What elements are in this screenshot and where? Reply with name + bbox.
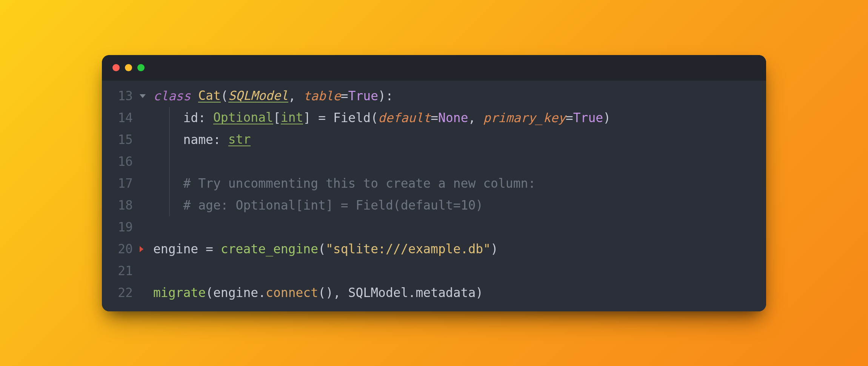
- code-content[interactable]: class Cat(SQLModel, table=True):: [153, 85, 766, 107]
- token-type: Optional: [213, 111, 273, 124]
- token-punc: (: [318, 243, 326, 255]
- code-content[interactable]: [153, 260, 766, 282]
- line-number: 16: [102, 151, 137, 173]
- gutter[interactable]: [137, 129, 153, 151]
- code-content[interactable]: engine = create_engine("sqlite:///exampl…: [153, 238, 766, 260]
- token-cmt: # Try uncommenting this to create a new …: [153, 177, 536, 190]
- maximize-icon[interactable]: [137, 64, 145, 71]
- token-base: SQLModel: [228, 89, 288, 103]
- gutter[interactable]: [137, 173, 153, 194]
- gutter[interactable]: [137, 260, 153, 282]
- code-line[interactable]: 15 name: str: [102, 129, 766, 151]
- token-field: id:: [153, 112, 213, 124]
- token-type: int: [281, 111, 303, 124]
- minimize-icon[interactable]: [125, 64, 132, 71]
- token-bool: True: [573, 112, 603, 124]
- token-cmt: # age: Optional[int] = Field(default=10): [153, 199, 483, 211]
- token-punc: [: [273, 112, 281, 124]
- gutter[interactable]: [137, 216, 153, 238]
- token-field: Field: [333, 112, 371, 124]
- editor-window: 13class Cat(SQLModel, table=True):14 id:…: [102, 55, 766, 311]
- code-line[interactable]: 21: [102, 260, 766, 282]
- token-field: (engine.: [206, 286, 266, 299]
- code-line[interactable]: 16: [102, 151, 766, 173]
- token-none: None: [438, 112, 468, 124]
- line-number: 20: [102, 238, 137, 260]
- token-arg: default: [378, 112, 431, 124]
- line-number: 21: [102, 260, 137, 282]
- token-punc: =: [566, 112, 573, 124]
- gutter[interactable]: [137, 282, 153, 304]
- line-number: 14: [102, 107, 137, 129]
- token-punc: ,: [468, 112, 483, 124]
- token-field: name:: [153, 133, 228, 146]
- token-kw: class: [153, 90, 198, 102]
- line-number: 18: [102, 194, 137, 216]
- token-arg: primary_key: [483, 112, 566, 124]
- code-content[interactable]: id: Optional[int] = Field(default=None, …: [153, 107, 766, 129]
- gutter[interactable]: [137, 194, 153, 216]
- code-content[interactable]: name: str: [153, 129, 766, 151]
- code-content[interactable]: # Try uncommenting this to create a new …: [153, 173, 766, 194]
- code-editor[interactable]: 13class Cat(SQLModel, table=True):14 id:…: [102, 81, 766, 311]
- code-line[interactable]: 18 # age: Optional[int] = Field(default=…: [102, 194, 766, 216]
- token-punc: (: [221, 90, 228, 102]
- fold-closed-icon[interactable]: [140, 246, 143, 252]
- gutter[interactable]: [137, 151, 153, 173]
- token-bool: True: [348, 90, 378, 102]
- code-line[interactable]: 13class Cat(SQLModel, table=True):: [102, 85, 766, 107]
- fold-open-icon[interactable]: [140, 94, 146, 98]
- token-call: create_engine: [221, 243, 318, 255]
- token-arg: table: [303, 90, 340, 102]
- token-punc: ): [491, 243, 498, 255]
- token-punc: ): [603, 112, 611, 124]
- code-content[interactable]: [153, 151, 766, 173]
- token-punc: =: [341, 90, 348, 102]
- gutter[interactable]: [137, 107, 153, 129]
- line-number: 15: [102, 129, 137, 151]
- code-line[interactable]: 22migrate(engine.connect(), SQLModel.met…: [102, 282, 766, 304]
- line-number: 13: [102, 85, 137, 107]
- token-punc: (: [371, 112, 378, 124]
- token-punc: =: [431, 112, 438, 124]
- token-punc: ):: [378, 90, 393, 102]
- code-content[interactable]: # age: Optional[int] = Field(default=10): [153, 194, 766, 216]
- token-str: "sqlite:///example.db": [326, 243, 491, 255]
- titlebar: [102, 55, 766, 81]
- token-call: migrate: [153, 286, 206, 299]
- token-punc: ,: [288, 90, 303, 102]
- token-cls: Cat: [198, 89, 221, 103]
- line-number: 22: [102, 282, 137, 304]
- token-field: engine =: [153, 243, 221, 255]
- code-line[interactable]: 20engine = create_engine("sqlite:///exam…: [102, 238, 766, 260]
- code-line[interactable]: 14 id: Optional[int] = Field(default=Non…: [102, 107, 766, 129]
- line-number: 19: [102, 216, 137, 238]
- token-field: (), SQLModel.metadata): [318, 286, 483, 299]
- code-content[interactable]: migrate(engine.connect(), SQLModel.metad…: [153, 282, 766, 304]
- close-icon[interactable]: [112, 64, 120, 71]
- token-punc: ] =: [303, 112, 333, 124]
- code-line[interactable]: 17 # Try uncommenting this to create a n…: [102, 173, 766, 194]
- line-number: 17: [102, 173, 137, 194]
- gutter[interactable]: [137, 85, 153, 107]
- code-line[interactable]: 19: [102, 216, 766, 238]
- gutter[interactable]: [137, 238, 153, 260]
- code-content[interactable]: [153, 216, 766, 238]
- token-attr: connect: [266, 286, 318, 299]
- token-type: str: [228, 133, 251, 146]
